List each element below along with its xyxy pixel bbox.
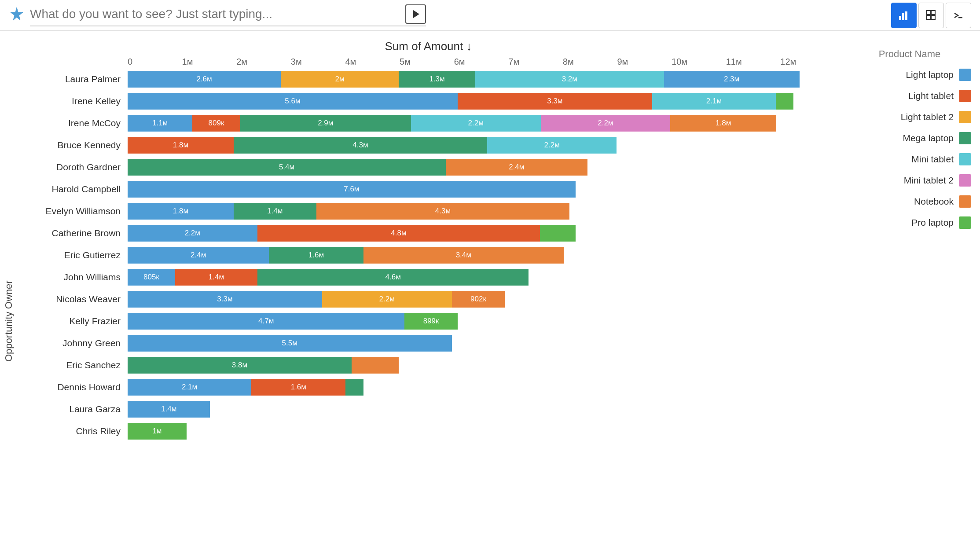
row-label: Irene Kelley xyxy=(22,96,128,106)
bar-chart-icon xyxy=(898,10,910,21)
row-label: Eric Sanchez xyxy=(22,360,128,370)
svg-rect-6 xyxy=(931,11,935,15)
legend-title: Product Name xyxy=(848,48,971,60)
svg-marker-1 xyxy=(413,10,419,18)
legend-swatch xyxy=(959,195,971,208)
svg-rect-5 xyxy=(926,11,930,15)
bar-segment: 5.4м xyxy=(128,159,446,176)
x-tick: 11м xyxy=(726,57,781,67)
bars-container: 2.2м4.8м xyxy=(128,225,835,242)
legend-item: Mini tablet xyxy=(848,153,971,165)
row-label: Johnny Green xyxy=(22,338,128,348)
x-tick: 6м xyxy=(454,57,509,67)
chart-row: Evelyn Williamson1.8м1.4м4.3м xyxy=(22,201,835,222)
legend-item: Mini tablet 2 xyxy=(848,174,971,187)
x-axis-labels: 01м2м3м4м5м6м7м8м9м10м11м12м xyxy=(22,57,835,67)
x-tick: 4м xyxy=(345,57,400,67)
bar-segment: 899к xyxy=(404,313,457,330)
bar-segment xyxy=(345,379,363,396)
svg-rect-3 xyxy=(902,13,904,20)
bar-segment: 2.1м xyxy=(652,93,776,110)
search-area[interactable] xyxy=(30,4,426,26)
chart-row: Eric Sanchez3.8м xyxy=(22,355,835,376)
row-label: Catherine Brown xyxy=(22,228,128,238)
bar-segment: 2.4м xyxy=(128,247,269,264)
bar-segment: 2.3м xyxy=(664,71,800,88)
chart-view-button[interactable] xyxy=(891,3,917,28)
star-icon xyxy=(9,7,25,22)
legend: Product Name Light laptopLight tabletLig… xyxy=(839,40,980,550)
chart-row: Harold Campbell7.6м xyxy=(22,179,835,200)
top-bar xyxy=(0,0,980,31)
chart-row: Nicolas Weaver3.3м2.2м902к xyxy=(22,289,835,310)
chart-row: Eric Gutierrez2.4м1.6м3.4м xyxy=(22,245,835,266)
bar-segment: 1.6м xyxy=(269,247,363,264)
bars-container: 5.5м xyxy=(128,335,835,352)
legend-label: Pro laptop xyxy=(911,217,954,228)
bar-segment xyxy=(540,225,575,242)
bar-segment: 3.3м xyxy=(458,93,652,110)
bars-container: 1м xyxy=(128,423,835,440)
x-tick: 5м xyxy=(400,57,454,67)
chart-title: Sum of Amount ↓ xyxy=(22,40,835,53)
chart-body: Laura Palmer2.6м2м1.3м3.2м2.3мIrene Kell… xyxy=(22,69,835,442)
chart-row: John Williams805к1.4м4.6м xyxy=(22,267,835,288)
row-label: John Williams xyxy=(22,272,128,282)
chart-row: Irene McCoy1.1м809к2.9м2.2м2.2м1.8м xyxy=(22,113,835,134)
bar-segment: 2.2м xyxy=(541,115,671,132)
legend-item: Light tablet 2 xyxy=(848,111,971,123)
bar-segment: 3.8м xyxy=(128,357,352,374)
bar-segment: 1.8м xyxy=(670,115,776,132)
bars-container: 4.7м899к xyxy=(128,313,835,330)
chart-row: Catherine Brown2.2м4.8м xyxy=(22,223,835,244)
legend-swatch xyxy=(959,216,971,229)
bars-container: 5.6м3.3м2.1м xyxy=(128,93,835,110)
chart-row: Kelly Frazier4.7м899к xyxy=(22,311,835,332)
x-tick: 3м xyxy=(291,57,345,67)
bar-segment: 2.2м xyxy=(487,137,617,154)
bar-segment: 2.2м xyxy=(322,291,452,308)
bar-segment: 1.4м xyxy=(175,269,257,286)
bar-segment: 1.8м xyxy=(128,203,234,220)
bars-container: 1.8м1.4м4.3м xyxy=(128,203,835,220)
row-label: Laura Palmer xyxy=(22,74,128,84)
bar-segment: 2.6м xyxy=(128,71,281,88)
row-label: Dennis Howard xyxy=(22,382,128,392)
legend-swatch xyxy=(959,174,971,187)
legend-item: Light laptop xyxy=(848,69,971,81)
bar-segment: 2.2м xyxy=(128,225,257,242)
bar-segment: 5.5м xyxy=(128,335,452,352)
search-input[interactable] xyxy=(30,7,396,21)
bars-container: 2.6м2м1.3м3.2м2.3м xyxy=(128,71,835,88)
x-tick: 10м xyxy=(672,57,726,67)
chart-row: Doroth Gardner5.4м2.4м xyxy=(22,157,835,178)
grid-view-button[interactable] xyxy=(918,3,944,28)
legend-item: Mega laptop xyxy=(848,132,971,144)
legend-swatch xyxy=(959,69,971,81)
svg-rect-7 xyxy=(926,15,930,19)
bar-segment: 4.7м xyxy=(128,313,404,330)
bar-segment: 4.3м xyxy=(234,137,487,154)
row-label: Evelyn Williamson xyxy=(22,206,128,216)
row-label: Nicolas Weaver xyxy=(22,294,128,304)
bar-segment: 4.3м xyxy=(316,203,570,220)
chart-row: Johnny Green5.5м xyxy=(22,333,835,354)
bars-container: 2.1м1.6м xyxy=(128,379,835,396)
bar-segment: 1.3м xyxy=(399,71,475,88)
bar-segment: 1.1м xyxy=(128,115,192,132)
legend-label: Mini tablet xyxy=(911,154,954,165)
terminal-button[interactable] xyxy=(946,3,971,28)
legend-label: Light tablet xyxy=(908,91,954,101)
legend-items: Light laptopLight tabletLight tablet 2Me… xyxy=(848,69,971,229)
legend-label: Light laptop xyxy=(906,70,954,80)
legend-item: Light tablet xyxy=(848,90,971,102)
search-icon-wrap xyxy=(9,7,25,24)
chart-area: Opportunity Owner Sum of Amount ↓ 01м2м3… xyxy=(0,31,980,550)
legend-item: Notebook xyxy=(848,195,971,208)
play-button[interactable] xyxy=(405,4,426,24)
bar-segment: 809к xyxy=(192,115,240,132)
row-label: Chris Riley xyxy=(22,426,128,436)
chart-row: Chris Riley1м xyxy=(22,421,835,442)
bars-container: 1.4м xyxy=(128,401,835,418)
x-tick: 1м xyxy=(182,57,237,67)
